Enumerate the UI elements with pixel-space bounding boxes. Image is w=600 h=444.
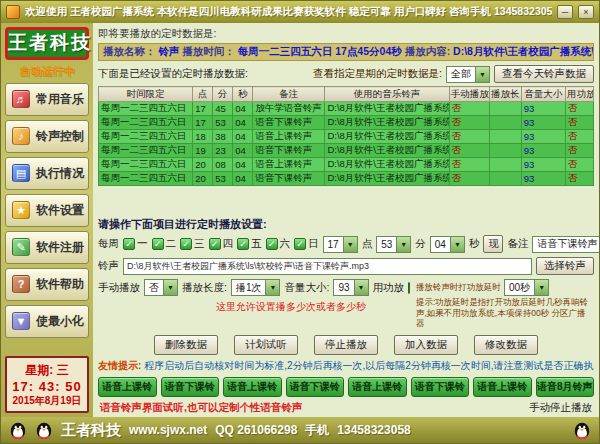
add-data-button[interactable]: 加入数据	[394, 335, 458, 355]
amp-delay-select[interactable]: 00秒 ▼	[504, 279, 549, 296]
cell-note: 语音下课铃声	[253, 172, 325, 186]
friendly-hint: 友情提示: 程序启动后自动核对时间为标准,2分钟后再核一次,以后每隔2分钟再核一…	[98, 359, 594, 373]
upcoming-name-label: 播放名称：	[103, 45, 156, 57]
minute-select[interactable]: 53 ▼	[376, 236, 411, 253]
preview-listen-button[interactable]: 计划试听	[234, 335, 298, 355]
checkbox-checked-icon	[266, 238, 278, 250]
cell-second: 04	[233, 116, 253, 130]
second-select[interactable]: 04 ▼	[430, 236, 465, 253]
sidebar-item-register[interactable]: ✎ 软件注册	[5, 231, 89, 264]
close-button[interactable]: ×	[578, 5, 594, 19]
weekday-checkbox-tue[interactable]: 二	[152, 237, 177, 251]
sidebar-item-minimize[interactable]: ▼ 使最小化	[5, 305, 89, 338]
cell-hour: 17	[193, 116, 213, 130]
cell-length	[489, 172, 521, 186]
footer-site[interactable]: www.sjwx.net	[129, 423, 207, 437]
sidebar-item-label: 软件帮助	[36, 276, 84, 293]
checkbox-checked-icon	[180, 238, 192, 250]
chevron-down-icon: ▼	[354, 280, 368, 295]
cell-note: 语音下课铃声	[253, 116, 325, 130]
note-select[interactable]: 语音下课铃声 ▼	[532, 236, 600, 253]
modify-data-button[interactable]: 修改数据	[474, 335, 538, 355]
cell-volume: 93	[521, 158, 565, 172]
cell-second: 04	[233, 102, 253, 116]
manual-play-select[interactable]: 否 ▼	[144, 279, 178, 296]
weekday-checkbox-wed[interactable]: 三	[180, 237, 205, 251]
col-manual-play[interactable]: 手动播放	[449, 87, 489, 102]
empty-area	[98, 186, 594, 215]
cell-volume: 93	[521, 172, 565, 186]
cell-volume: 93	[521, 116, 565, 130]
cell-volume: 93	[521, 130, 565, 144]
quick-ring-button-7[interactable]: 语音上课铃	[473, 377, 532, 397]
col-play-length[interactable]: 播放长	[489, 87, 521, 102]
quick-ring-button-8[interactable]: 语音8月铃声	[536, 377, 595, 397]
chevron-down-icon: ▼	[163, 280, 177, 295]
cell-amp: 否	[565, 102, 593, 116]
quick-ring-button-1[interactable]: 语音上课铃	[98, 377, 157, 397]
weekday-checkbox-sun[interactable]: 日	[294, 237, 319, 251]
cell-manual: 否	[449, 172, 489, 186]
table-row[interactable]: 每周一二三四五六日 19 23 04 语音下课铃声 D:\8月软件\王者校园广播…	[99, 144, 594, 158]
setup-row-ring: 铃声 选择铃声	[98, 257, 594, 275]
sidebar-item-settings[interactable]: ★ 软件设置	[5, 194, 89, 227]
col-hour[interactable]: 点	[193, 87, 213, 102]
view-today-rings-button[interactable]: 查看今天铃声数据	[494, 65, 594, 83]
cell-second: 04	[233, 158, 253, 172]
col-volume[interactable]: 音量大小	[521, 87, 565, 102]
col-music-file[interactable]: 使用的音乐铃声	[325, 87, 449, 102]
cell-minute: 53	[213, 116, 233, 130]
table-row[interactable]: 每周一二三四五六日 18 38 04 语音上课铃声 D:\8月软件\王者校园广播…	[99, 130, 594, 144]
hour-select[interactable]: 17 ▼	[323, 236, 358, 253]
cell-amp: 否	[565, 116, 593, 130]
clock-time: 17: 43: 50	[7, 379, 87, 394]
quick-ring-button-6[interactable]: 语音下课铃	[411, 377, 470, 397]
volume-select[interactable]: 93 ▼	[333, 279, 368, 296]
delete-data-button[interactable]: 删除数据	[154, 335, 218, 355]
table-row[interactable]: 每周一二三四五六日 20 53 04 语音下课铃声 D:\8月软件\王者校园广播…	[99, 172, 594, 186]
schedule-table: 时间限定 点 分 秒 备注 使用的音乐铃声 手动播放 播放长 音量大小 用功放	[98, 86, 594, 186]
play-length-value: 播1次	[232, 280, 266, 295]
set-now-button[interactable]: 现	[483, 235, 503, 253]
minute-unit-label: 分	[415, 237, 426, 251]
cell-manual: 否	[449, 116, 489, 130]
table-row[interactable]: 每周一二三四五六日 17 53 04 语音下课铃声 D:\8月软件\王者校园广播…	[99, 116, 594, 130]
play-length-label: 播放长度:	[182, 281, 227, 295]
cell-length	[489, 116, 521, 130]
amplifier-checkbox[interactable]	[408, 282, 410, 294]
report-icon: ▤	[12, 164, 30, 182]
col-amplifier[interactable]: 用功放	[565, 87, 593, 102]
upcoming-content-label: 播放内容:	[405, 45, 451, 57]
sidebar-item-common-music[interactable]: ♬ 常用音乐	[5, 83, 89, 116]
col-minute[interactable]: 分	[213, 87, 233, 102]
cell-minute: 23	[213, 144, 233, 158]
weekday-checkbox-thu[interactable]: 四	[209, 237, 234, 251]
play-length-select[interactable]: 播1次 ▼	[231, 279, 281, 296]
weekday-filter-select[interactable]: 全部 ▼	[446, 66, 490, 83]
table-row[interactable]: 每周一二三四五六日 20 08 04 语音上课铃声 D:\8月软件\王者校园广播…	[99, 158, 594, 172]
quick-ring-button-5[interactable]: 语音上课铃	[348, 377, 407, 397]
choose-ring-button[interactable]: 选择铃声	[536, 257, 594, 275]
cell-hour: 20	[193, 158, 213, 172]
amp-delay-value: 00秒	[505, 280, 534, 295]
minimize-button[interactable]: ─	[557, 5, 573, 19]
sidebar-item-help[interactable]: ? 软件帮助	[5, 268, 89, 301]
qq-penguin-icon	[9, 420, 27, 440]
weekday-checkbox-fri[interactable]: 五	[237, 237, 262, 251]
sidebar-item-ring-control[interactable]: ♪ 铃声控制	[5, 120, 89, 153]
col-note[interactable]: 备注	[253, 87, 325, 102]
quick-ring-button-2[interactable]: 语音下课铃	[161, 377, 220, 397]
sidebar-item-run-status[interactable]: ▤ 执行情况	[5, 157, 89, 190]
weekday-checkbox-mon[interactable]: 一	[123, 237, 148, 251]
table-row[interactable]: 每周一二三四五六日 17 45 04 放午学语音铃声 D:\8月软件\王者校园广…	[99, 102, 594, 116]
quick-ring-button-4[interactable]: 语音下课铃	[286, 377, 345, 397]
col-second[interactable]: 秒	[233, 87, 253, 102]
quick-ring-button-3[interactable]: 语音上课铃	[223, 377, 282, 397]
ring-path-input[interactable]	[123, 258, 532, 275]
col-time-limit[interactable]: 时间限定	[99, 87, 193, 102]
cell-amp: 否	[565, 144, 593, 158]
stop-play-button[interactable]: 停止播放	[314, 335, 378, 355]
cell-length	[489, 158, 521, 172]
voice-ring-hint: 语音铃声界面试听,也可以定制个性语音铃声	[100, 401, 302, 415]
weekday-checkbox-sat[interactable]: 六	[266, 237, 291, 251]
